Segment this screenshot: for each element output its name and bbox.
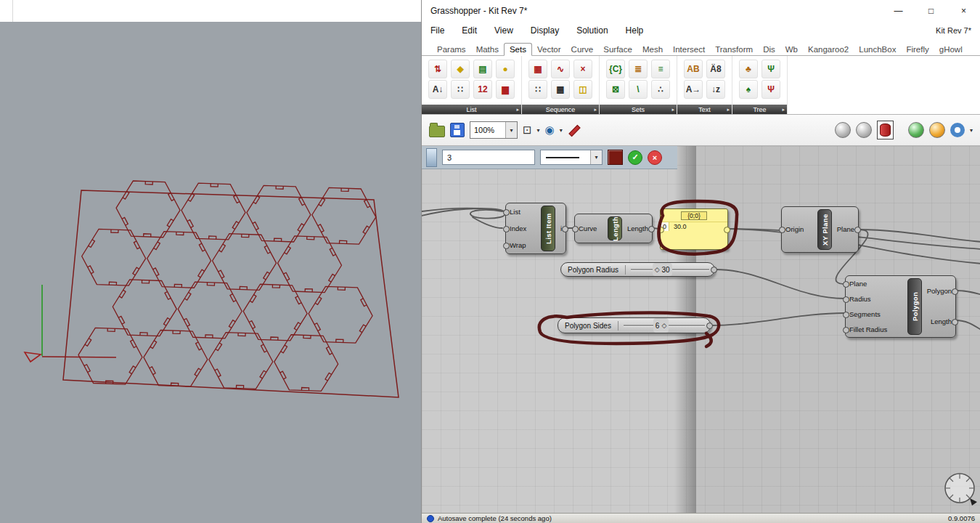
set-union-icon[interactable]: ≡ xyxy=(651,60,670,78)
tab-firefly[interactable]: Firefly xyxy=(901,44,934,55)
open-file-button[interactable] xyxy=(429,123,445,137)
tab-vector[interactable]: Vector xyxy=(532,44,566,55)
set-dots-icon[interactable]: ∴ xyxy=(651,80,670,99)
input-port-origin[interactable]: Origin xyxy=(782,226,816,233)
tab-lunchbox[interactable]: LunchBox xyxy=(854,44,901,55)
ribbon-group-label-text[interactable]: Text ▸ xyxy=(677,105,732,114)
exclude-set-icon[interactable]: ⊠ xyxy=(606,80,625,99)
zoom-extents-caret[interactable]: ▾ xyxy=(537,127,540,134)
tab-surface[interactable]: Surface xyxy=(598,44,637,55)
tree-path-icon[interactable]: ♠ xyxy=(739,80,758,99)
ribbon-group-label-sequence[interactable]: Sequence ▸ xyxy=(522,105,599,114)
tab-transform[interactable]: Transform xyxy=(710,44,758,55)
tab-sets[interactable]: Sets xyxy=(504,43,532,56)
range-icon[interactable]: ▦ xyxy=(528,60,547,78)
component-name-capsule[interactable]: List Item xyxy=(541,206,555,251)
text-sequence-icon[interactable]: A→ xyxy=(684,80,703,99)
line-style-select[interactable]: ▾ xyxy=(540,150,603,165)
polygon-radius-slider[interactable]: Polygon Radius ◇ 30 xyxy=(560,262,715,277)
zoom-select[interactable]: 100% ▾ xyxy=(470,121,518,139)
slider-grip[interactable]: 6 ◇ xyxy=(653,318,669,333)
gh-canvas[interactable]: List Index Wrap List Item i Curve Length… xyxy=(422,146,980,513)
preview-mesh-button[interactable] xyxy=(950,123,965,137)
component-name-capsule[interactable]: Length xyxy=(608,216,622,240)
input-port-list[interactable]: List xyxy=(506,208,539,216)
series-icon[interactable]: ∷ xyxy=(528,80,547,99)
menu-help[interactable]: Help xyxy=(617,25,653,36)
sketch-accept-button[interactable]: ✓ xyxy=(628,150,642,165)
input-port-radius[interactable]: Radius xyxy=(846,296,906,303)
flatten-tree-icon[interactable]: Ψ xyxy=(761,80,780,99)
input-port-wrap[interactable]: Wrap xyxy=(506,242,539,249)
preview-mesh-caret[interactable]: ▾ xyxy=(970,127,973,134)
list-item-icon[interactable]: ◆ xyxy=(451,60,470,78)
ribbon-group-label-list[interactable]: List ▸ xyxy=(422,105,521,114)
drag-handle[interactable] xyxy=(426,148,437,167)
slider-track[interactable]: 6 ◇ xyxy=(618,318,710,333)
set-slash-icon[interactable]: \ xyxy=(629,80,648,99)
repeat-data-icon[interactable]: ▩ xyxy=(551,80,570,99)
output-port-polygon[interactable]: Polygon xyxy=(923,288,955,295)
preview-caret[interactable]: ▾ xyxy=(560,127,563,134)
menu-solution[interactable]: Solution xyxy=(568,25,616,36)
polygon-component[interactable]: Plane Radius Segments Fillet Radius Poly… xyxy=(845,275,956,338)
slider-grip[interactable]: ◇ 30 xyxy=(653,263,672,276)
tab-mesh[interactable]: Mesh xyxy=(637,44,668,55)
reverse-list-icon[interactable]: ▤ xyxy=(473,60,492,78)
ribbon-group-label-tree[interactable]: Tree ▸ xyxy=(732,105,787,114)
group-expand-arrow[interactable]: ▸ xyxy=(782,107,785,113)
canvas-compass[interactable] xyxy=(944,472,979,507)
preview-off-button[interactable] xyxy=(835,122,851,138)
preview-quality-button[interactable] xyxy=(908,122,924,138)
insert-items-icon[interactable]: ⇅ xyxy=(428,60,447,78)
tab-curve[interactable]: Curve xyxy=(566,44,599,55)
output-port-length[interactable]: Length xyxy=(923,318,955,325)
output-port-plane[interactable]: Plane xyxy=(833,226,858,233)
group-expand-arrow[interactable]: ▸ xyxy=(727,107,730,113)
preview-wireframe-button[interactable] xyxy=(856,122,872,138)
menu-edit[interactable]: Edit xyxy=(453,25,486,36)
tab-params[interactable]: Params xyxy=(432,44,471,55)
zoom-caret[interactable]: ▾ xyxy=(505,122,517,138)
input-port-plane[interactable]: Plane xyxy=(846,280,906,288)
slider-track[interactable]: ◇ 30 xyxy=(626,263,714,276)
item-index-icon[interactable]: ● xyxy=(496,60,515,78)
sketch-color-swatch[interactable] xyxy=(608,150,623,165)
output-port-i[interactable]: i xyxy=(557,225,565,232)
menu-display[interactable]: Display xyxy=(522,25,568,36)
partition-list-icon[interactable]: ∷ xyxy=(451,80,470,99)
sketch-size-input[interactable]: 3 xyxy=(442,150,535,165)
jars-icon[interactable]: ≣ xyxy=(629,60,648,78)
component-name-capsule[interactable]: XY Plane xyxy=(817,209,832,250)
input-port-curve[interactable]: Curve xyxy=(575,225,606,232)
save-file-button[interactable] xyxy=(450,123,465,137)
input-port-fillet-radius[interactable]: Fillet Radius xyxy=(846,326,906,333)
menu-view[interactable]: View xyxy=(486,25,522,36)
group-expand-arrow[interactable]: ▸ xyxy=(671,107,674,113)
minimize-button[interactable]: — xyxy=(882,6,915,16)
group-expand-arrow[interactable]: ▸ xyxy=(594,107,597,113)
random-icon[interactable]: ∿ xyxy=(551,60,570,78)
text-concat-icon[interactable]: AB xyxy=(684,60,703,78)
data-panel[interactable]: {0;0} 0 30.0 xyxy=(660,208,728,250)
input-port-segments[interactable]: Segments xyxy=(846,311,906,318)
component-name-capsule[interactable]: Polygon xyxy=(907,278,922,335)
list-length-icon[interactable]: ▆ xyxy=(496,80,515,99)
preview-eye-button[interactable]: ◉ xyxy=(545,123,555,137)
maximize-button[interactable]: □ xyxy=(915,6,947,16)
tab-wb[interactable]: Wb xyxy=(780,44,803,55)
xy-plane-component[interactable]: Origin XY Plane Plane xyxy=(781,206,859,253)
tab-kangaroo2[interactable]: Kangaroo2 xyxy=(803,44,854,55)
graft-tree-icon[interactable]: Ψ xyxy=(761,60,780,78)
tab-intersect[interactable]: Intersect xyxy=(668,44,710,55)
text-sort-icon[interactable]: ↓z xyxy=(706,80,725,99)
polygon-sides-slider[interactable]: Polygon Sides 6 ◇ xyxy=(558,317,711,333)
text-case-icon[interactable]: Ä8 xyxy=(706,60,725,78)
rhino-viewport[interactable] xyxy=(0,22,421,523)
sort-list-icon[interactable]: A↓ xyxy=(428,80,447,99)
tab-dis[interactable]: Dis xyxy=(758,44,780,55)
shift-list-icon[interactable]: 12 xyxy=(473,80,492,99)
close-button[interactable]: × xyxy=(947,6,980,16)
length-component[interactable]: Curve Length Length xyxy=(574,214,653,243)
output-port-length[interactable]: Length xyxy=(624,225,652,232)
